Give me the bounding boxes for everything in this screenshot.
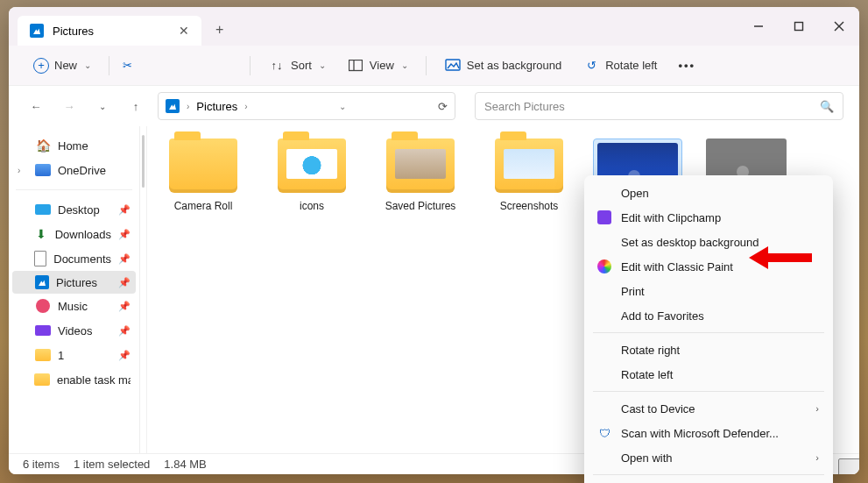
sidebar-label: Pictures	[56, 276, 97, 289]
ctx-edit-clipchamp[interactable]: Edit with Clipchamp	[584, 205, 833, 230]
folder-icons[interactable]: icons	[272, 139, 352, 243]
recent-button[interactable]: ⌄	[91, 95, 114, 117]
chevron-right-icon[interactable]: ›	[18, 166, 28, 175]
ctx-rotate-left[interactable]: Rotate left	[584, 362, 833, 387]
divider	[426, 56, 427, 75]
view-icon	[347, 57, 364, 75]
folder-camera-roll[interactable]: Camera Roll	[163, 139, 243, 243]
chevron-down-icon: ⌄	[401, 60, 408, 70]
tab-pictures[interactable]: Pictures ✕	[18, 16, 201, 46]
sidebar-item-documents[interactable]: Documents 📌	[12, 246, 136, 271]
ctx-add-favorites[interactable]: Add to Favorites	[584, 303, 833, 328]
search-input[interactable]: Search Pictures 🔍	[475, 92, 843, 120]
folder-icon	[278, 139, 346, 193]
folder-screenshots[interactable]: Screenshots	[489, 139, 569, 243]
ctx-print[interactable]: Print	[584, 279, 833, 303]
svg-rect-12	[349, 60, 362, 70]
ctx-give-access[interactable]: Give access to›	[584, 479, 833, 483]
chevron-down-icon[interactable]: ⌄	[339, 102, 346, 111]
sidebar-item-downloads[interactable]: ⬇ Downloads 📌	[12, 222, 136, 246]
folder-saved-pictures[interactable]: Saved Pictures	[380, 139, 461, 243]
item-label: Screenshots	[500, 200, 559, 212]
sidebar-label: Home	[58, 139, 88, 153]
paste-button[interactable]	[160, 57, 178, 75]
new-label: New	[54, 59, 77, 72]
folder-icon	[34, 372, 50, 387]
item-label: icons	[300, 200, 324, 212]
new-button[interactable]: + New ⌄	[25, 53, 100, 79]
sidebar-item-pictures[interactable]: Pictures 📌	[12, 271, 136, 294]
forward-button[interactable]: →	[58, 95, 81, 117]
more-button[interactable]: •••	[669, 53, 704, 77]
status-selected: 1 item selected	[74, 458, 150, 471]
folder-icon	[495, 139, 563, 193]
sidebar-label: OneDrive	[58, 164, 106, 177]
ctx-cast-device[interactable]: Cast to Device›	[584, 396, 833, 421]
sort-label: Sort	[291, 59, 312, 72]
pin-icon[interactable]: 📌	[118, 350, 131, 361]
sidebar-item-folder-enable[interactable]: enable task mar	[12, 367, 136, 392]
chevron-down-icon: ⌄	[84, 60, 91, 70]
ctx-rotate-right[interactable]: Rotate right	[584, 337, 833, 362]
ctx-scan-defender[interactable]: 🛡Scan with Microsoft Defender...	[584, 421, 833, 445]
breadcrumb-root[interactable]: Pictures	[196, 100, 237, 113]
share-button[interactable]	[202, 57, 220, 75]
close-tab-icon[interactable]: ✕	[179, 24, 189, 38]
chevron-right-icon: ›	[244, 102, 247, 111]
up-button[interactable]: ↑	[124, 95, 147, 117]
pin-icon[interactable]: 📌	[118, 277, 131, 288]
ctx-open[interactable]: Open	[584, 181, 833, 205]
new-tab-button[interactable]: +	[215, 22, 223, 38]
sort-icon: ↑↓	[268, 57, 286, 75]
download-icon: ⬇	[34, 226, 48, 242]
folder-icon	[169, 139, 237, 193]
sidebar-resizer[interactable]	[140, 126, 147, 453]
taskview-overlay-icon	[838, 458, 859, 474]
rename-button[interactable]: A	[181, 57, 199, 75]
set-background-button[interactable]: Set as background	[435, 52, 570, 80]
maximize-button[interactable]	[779, 7, 819, 46]
sidebar-item-onedrive[interactable]: › OneDrive	[12, 158, 136, 182]
status-count: 6 items	[23, 458, 60, 471]
ctx-open-with[interactable]: Open with›	[584, 445, 833, 470]
plus-circle-icon: +	[33, 58, 49, 74]
menu-separator	[593, 332, 824, 333]
search-icon[interactable]: 🔍	[820, 100, 834, 113]
pin-icon[interactable]: 📌	[118, 301, 131, 312]
rotate-left-icon: ↺	[582, 57, 600, 75]
pin-icon[interactable]: 📌	[118, 229, 131, 240]
cut-button[interactable]: ✂	[118, 57, 136, 75]
sidebar-label: Downloads	[55, 228, 111, 241]
copy-button[interactable]	[139, 57, 157, 75]
sidebar-item-home[interactable]: 🏠 Home	[12, 133, 136, 158]
video-icon	[35, 323, 51, 338]
folder-icon	[386, 139, 455, 193]
sidebar-item-music[interactable]: Music 📌	[12, 294, 136, 318]
pictures-icon	[166, 99, 180, 113]
sidebar-item-desktop[interactable]: Desktop 📌	[12, 197, 136, 222]
sidebar-label: Desktop	[58, 203, 100, 217]
set-bg-label: Set as background	[467, 59, 561, 72]
pin-icon[interactable]: 📌	[118, 204, 131, 216]
breadcrumb[interactable]: › Pictures › ⌄ ⟳	[158, 92, 455, 120]
status-size: 1.84 MB	[164, 458, 206, 471]
window-controls	[738, 7, 859, 46]
pin-icon[interactable]: 📌	[118, 325, 131, 337]
close-button[interactable]	[819, 7, 859, 46]
sidebar-item-videos[interactable]: Videos 📌	[12, 318, 136, 343]
annotation-arrow	[749, 246, 812, 269]
sidebar-item-folder-1[interactable]: 1 📌	[12, 343, 136, 367]
pin-icon[interactable]: 📌	[118, 253, 131, 265]
view-button[interactable]: View ⌄	[338, 52, 417, 80]
delete-button[interactable]	[223, 57, 241, 75]
clipchamp-icon	[596, 210, 612, 225]
rotate-left-button[interactable]: ↺ Rotate left	[574, 52, 666, 80]
divider	[16, 189, 132, 190]
divider	[250, 56, 251, 75]
item-label: Camera Roll	[174, 200, 233, 212]
back-button[interactable]: ←	[25, 95, 47, 117]
sort-button[interactable]: ↑↓ Sort ⌄	[259, 52, 335, 80]
refresh-button[interactable]: ⟳	[438, 100, 448, 113]
minimize-button[interactable]	[738, 7, 779, 46]
pictures-icon	[35, 275, 49, 289]
